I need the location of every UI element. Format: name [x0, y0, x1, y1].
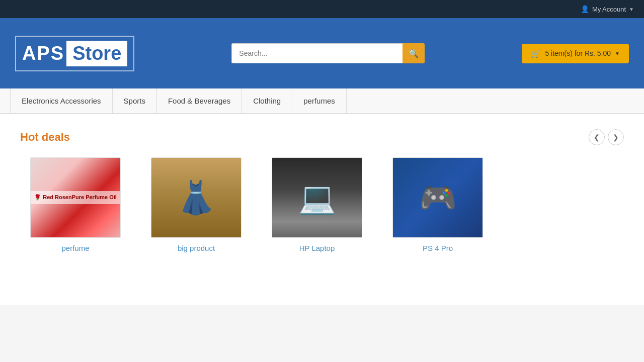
cart-label: 5 item(s) for Rs. 5.00	[545, 49, 611, 57]
logo-store-text: Store	[66, 41, 127, 66]
my-account-menu[interactable]: 👤 My Account ▼	[581, 5, 634, 13]
products-grid: perfume big product HP Laptop PS 4 Pro	[20, 157, 624, 252]
product-img-ps4	[393, 158, 482, 237]
top-bar: 👤 My Account ▼	[0, 0, 644, 18]
logo-aps-text: APS	[22, 43, 64, 64]
cart-button[interactable]: 🛒 5 item(s) for Rs. 5.00 ▼	[522, 44, 629, 63]
search-button[interactable]: 🔍	[403, 43, 425, 63]
product-name-perfume: perfume	[61, 244, 89, 252]
carousel-next-button[interactable]: ❯	[608, 129, 624, 145]
chevron-down-icon: ▼	[629, 7, 634, 12]
product-image-laptop	[272, 157, 362, 238]
product-card-perfume[interactable]: perfume	[20, 157, 131, 252]
cart-icon: 🛒	[531, 49, 541, 58]
product-name-clothing: big product	[178, 244, 215, 252]
cart-chevron-icon: ▼	[615, 51, 620, 56]
product-img-laptop	[272, 158, 362, 237]
product-image-clothing	[151, 157, 242, 238]
nav-item-food[interactable]: Food & Beverages	[157, 88, 242, 113]
logo[interactable]: APS Store	[15, 36, 134, 71]
main-content: Hot deals ❮ ❯ perfume big product HP Lap…	[0, 114, 644, 305]
product-card-clothing[interactable]: big product	[141, 157, 252, 252]
product-name-laptop: HP Laptop	[299, 244, 335, 252]
product-card-laptop[interactable]: HP Laptop	[262, 157, 372, 252]
product-img-perfume	[31, 158, 120, 237]
hot-deals-header: Hot deals ❮ ❯	[20, 129, 624, 145]
my-account-label: My Account	[592, 6, 626, 13]
search-input[interactable]	[231, 43, 403, 63]
product-card-ps4[interactable]: PS 4 Pro	[382, 157, 493, 252]
product-img-clothing	[151, 158, 241, 237]
product-name-ps4: PS 4 Pro	[423, 244, 453, 252]
nav-item-sports[interactable]: Sports	[113, 88, 157, 113]
user-icon: 👤	[581, 5, 589, 13]
carousel-controls: ❮ ❯	[589, 129, 624, 145]
carousel-prev-button[interactable]: ❮	[589, 129, 605, 145]
navigation: Electronics Accessories Sports Food & Be…	[0, 88, 644, 114]
search-icon: 🔍	[409, 49, 419, 58]
header: APS Store 🔍 🛒 5 item(s) for Rs. 5.00 ▼	[0, 18, 644, 88]
hot-deals-title: Hot deals	[20, 131, 70, 144]
search-bar: 🔍	[231, 43, 425, 63]
nav-item-electronics[interactable]: Electronics Accessories	[10, 88, 113, 113]
product-image-perfume	[30, 157, 121, 238]
product-image-ps4	[392, 157, 483, 238]
nav-item-perfumes[interactable]: perfumes	[292, 88, 347, 113]
nav-item-clothing[interactable]: Clothing	[242, 88, 292, 113]
